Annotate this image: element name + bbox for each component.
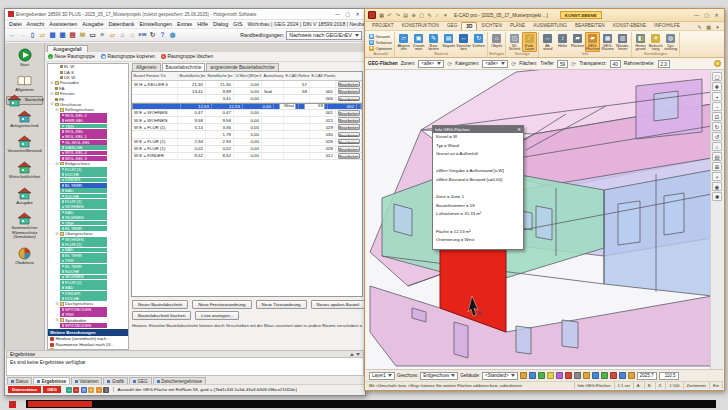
room-chip[interactable]: TRH xyxy=(60,258,107,263)
table-row[interactable]: W E = FLUR (1)2,942,940,00028Bearbeiten xyxy=(132,139,362,146)
refresh-icon[interactable]: ⟳ xyxy=(571,60,576,67)
room-chip[interactable]: BAD xyxy=(60,210,107,215)
room-chip[interactable]: EL TERR xyxy=(60,183,107,188)
bottom-tab-ergebnisse[interactable]: Ergebnisse xyxy=(33,377,70,384)
bearbeiten-button[interactable]: Bearbeiten xyxy=(338,124,360,130)
bearbeiten-button[interactable]: Bearbeiten xyxy=(338,146,360,152)
coord-y-input[interactable]: 110,5 xyxy=(659,372,679,380)
settings-icon[interactable]: ✱ xyxy=(712,192,722,201)
bottom-tab-varianten[interactable]: Varianten xyxy=(71,377,102,384)
ribbon-tab-sichten[interactable]: SICHTEN xyxy=(477,22,506,30)
table-row[interactable]: 12,5312,530,00West59002Bearbeiten xyxy=(132,103,362,110)
expander-icon[interactable]: ⊟ xyxy=(55,232,59,236)
recorder-icon[interactable] xyxy=(9,401,16,408)
taskbar[interactable] xyxy=(26,400,716,408)
pie-icon[interactable]: ◐ xyxy=(88,387,94,393)
table-row[interactable]: W E = WOHNEN9,589,580,00022Bearbeiten xyxy=(132,117,362,124)
expander-icon[interactable]: ⊟ xyxy=(50,92,54,96)
open-icon[interactable]: ▱ xyxy=(38,30,47,40)
moon-icon[interactable] xyxy=(610,372,617,379)
rotate-icon[interactable]: ↻ xyxy=(712,122,722,131)
zoom-icon[interactable]: ⊕ xyxy=(410,12,417,18)
minimize-button[interactable]: — xyxy=(692,12,701,18)
randbedingungen-select[interactable]: Nachweis nach GEG/EnEV xyxy=(286,31,362,40)
home-red-icon[interactable]: ⌂ xyxy=(73,387,79,393)
room-chip[interactable]: BAD xyxy=(60,188,107,193)
room-chip[interactable]: WASCHK xyxy=(60,145,107,150)
referenz-value[interactable]: 59 xyxy=(304,104,325,109)
back-icon[interactable]: ← xyxy=(8,30,17,40)
close-button[interactable]: ✕ xyxy=(712,12,721,18)
ecad-logo-icon[interactable] xyxy=(368,11,376,19)
menu-datenbank[interactable]: Datenbank xyxy=(108,21,134,27)
home-view-icon[interactable]: ⌂ xyxy=(712,142,722,151)
ribbon-tab-3d[interactable]: 3D xyxy=(461,22,477,30)
layer-select[interactable]: Layer1 xyxy=(369,372,395,380)
chart-icon[interactable]: ▤ xyxy=(81,387,87,393)
bottom-tab-zwischenergebnisse[interactable]: Zwischenergebnisse xyxy=(153,377,207,384)
room-chip[interactable]: SPITZBODEN xyxy=(60,323,107,328)
ribbon-tab-pläne[interactable]: PLÄNE xyxy=(506,22,529,30)
sidebar-item-wirtschaftlichkeit[interactable]: Wirtschaftlichkeit xyxy=(6,157,43,182)
menu-datei[interactable]: Datei xyxy=(9,21,22,27)
zoom-fit-icon[interactable]: ⊡ xyxy=(712,112,722,121)
neues-opakes-bauteil-button[interactable]: Neues opakes Bauteil xyxy=(311,300,366,309)
room-chip[interactable]: WOL-KEL xyxy=(60,129,107,134)
table-row[interactable]: 3,410,00006Bearbeiten xyxy=(132,95,362,102)
minimize-button[interactable]: — xyxy=(333,11,342,17)
room-chip[interactable]: HWR-KEL xyxy=(60,118,107,123)
sidebar-item-anlagentechnik[interactable]: Anlagentechnik xyxy=(6,106,43,131)
print-icon[interactable]: ▤ xyxy=(402,12,409,18)
room-chip[interactable]: WOL-KEL 4 xyxy=(60,151,107,156)
sidebar-item-bautechnik[interactable]: Bautechnik xyxy=(6,96,43,105)
3d-schnitt-button[interactable]: ◫3D- Schnitt xyxy=(507,32,522,52)
flächen-button[interactable]: ▰Flächen xyxy=(570,32,585,52)
wände-innen-button[interactable]: ▥Wände- Innen xyxy=(615,32,630,52)
hinter-grund-button[interactable]: ◧Hinter grund xyxy=(633,32,648,52)
pin-icon[interactable]: ▾ xyxy=(714,24,721,30)
target-icon[interactable] xyxy=(628,372,635,379)
table-row[interactable]: W E = WOHNEN0,470,470,00001Bearbeiten xyxy=(132,110,362,117)
sidebar-item-start[interactable]: Start xyxy=(6,45,43,70)
farb-laser-button[interactable]: ∕Farb- Laser xyxy=(522,32,537,52)
room-chip[interactable]: WOL-KEL 1 xyxy=(60,134,107,139)
table-row[interactable]: 13,419,990,00Süd58001Bearbeiten xyxy=(132,88,362,95)
rahmenbreite-input[interactable]: 2,0 xyxy=(658,60,671,68)
tab-angrenzende-bauteilabschnitte[interactable]: angrenzende Bauteilabschnitte xyxy=(206,63,278,71)
bearbeiten-button[interactable]: Bearbeiten xyxy=(338,153,360,159)
folder-icon[interactable]: ▱ xyxy=(108,30,117,40)
status-badge-geg[interactable]: GEG xyxy=(43,386,61,393)
höhe-button[interactable]: ↕Höhe xyxy=(555,32,570,52)
room-chip[interactable]: BAD xyxy=(60,285,107,290)
sidebar-item-allgemein[interactable]: Allgemein xyxy=(6,71,43,96)
teilweise-button[interactable]: ▧Teilweise xyxy=(369,40,392,45)
ribbon-tab-bearbeiten[interactable]: BEARBEITEN xyxy=(571,22,609,30)
help-icon[interactable]: ? xyxy=(158,30,167,40)
expander-icon[interactable]: ⊟ xyxy=(50,81,54,85)
ribbon-tab-info-hilfe[interactable]: INFO/HILFE xyxy=(650,22,684,30)
expander-icon[interactable]: ⊟ xyxy=(55,318,59,322)
bottom-tab-grafik[interactable]: Grafik xyxy=(103,377,128,384)
menu-gis[interactable]: GIS xyxy=(233,21,242,27)
info-panel[interactable]: Info GEG-Flächen ✕ Kürzel = WTyp = WandG… xyxy=(432,125,524,250)
liste-anzeigen-button[interactable]: Liste anzeigen... xyxy=(195,311,239,320)
camera-icon[interactable] xyxy=(592,372,599,379)
neue-raumgruppe-button[interactable]: +Neue Raumgruppe xyxy=(48,54,95,59)
room-chip[interactable]: WOHNEN xyxy=(60,237,107,242)
objekt-button[interactable]: ⌂Objekt xyxy=(489,32,504,52)
gebaeude-select[interactable]: <Standard> xyxy=(482,372,518,380)
maximize-button[interactable]: ▢ xyxy=(702,12,711,18)
camera-icon[interactable]: ◉ xyxy=(712,182,722,191)
info-panel-titlebar[interactable]: Info GEG-Flächen ✕ xyxy=(433,126,523,133)
table-row[interactable]: W H = KELLER 621,3021,300,0057Bearbeiten xyxy=(132,81,362,88)
column-header[interactable]: Bruttofläche [m²] xyxy=(178,74,206,78)
pen-icon[interactable]: ✎ xyxy=(426,12,433,18)
close-icon[interactable]: ✕ xyxy=(517,127,521,132)
room-chip[interactable]: EL TERR xyxy=(60,226,107,231)
bear-beiten-button[interactable]: ✎Bear beiten xyxy=(426,32,441,52)
room-chip[interactable]: WOHNEN xyxy=(60,275,107,280)
expander-icon[interactable]: ⊟ xyxy=(50,102,54,106)
usb-icon[interactable]: ≡ xyxy=(98,30,107,40)
refresh-icon[interactable]: ⟳ xyxy=(447,60,452,67)
menu-extras[interactable]: Extras xyxy=(177,21,192,27)
